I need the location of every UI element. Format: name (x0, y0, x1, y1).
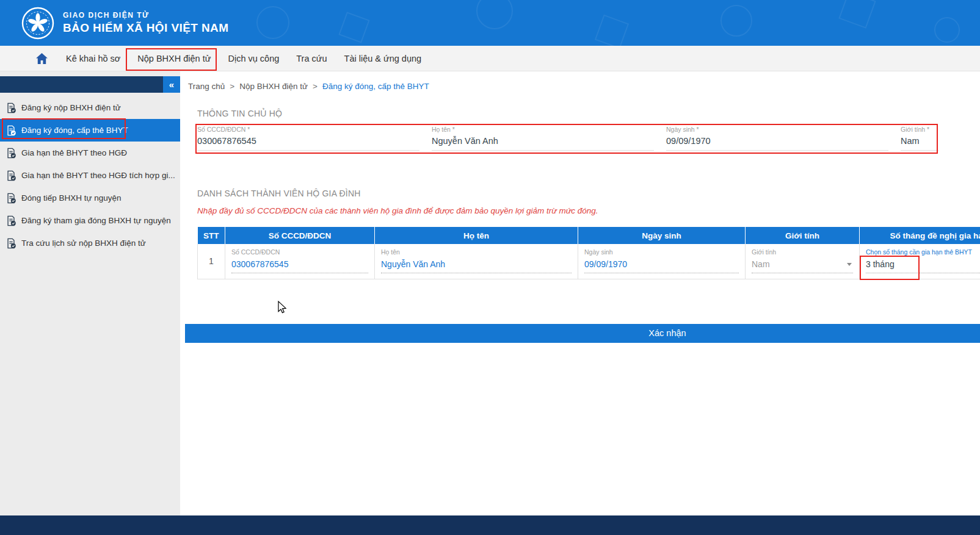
bhxh-logo-icon (21, 7, 54, 40)
sidebar-item-dang-ky-tham-gia-dong-bhxh-tu-nguyen[interactable]: Đăng ký tham gia đóng BHXH tự nguyện (0, 209, 180, 232)
sidebar-item-gia-han-the-bhyt-tich-hop[interactable]: Gia hạn thẻ BHYT theo HGĐ tích hợp gi... (0, 164, 180, 187)
sidebar-item-dang-ky-nop-bhxh[interactable]: Đăng ký nộp BHXH điện tử (0, 96, 180, 119)
field-gioi-tinh-label: Giới tính * (901, 126, 938, 133)
field-gioi-tinh[interactable]: Giới tính * Nam (901, 126, 938, 151)
header-decoration (338, 12, 369, 43)
row-cccd-cell: Số CCCD/ĐDCN 030067876545 (225, 244, 375, 279)
field-cccd-label: Số CCCD/ĐDCN * (197, 126, 419, 133)
row-stt: 1 (198, 244, 225, 279)
sidebar-item-dong-tiep-bhxh-tu-nguyen[interactable]: Đóng tiếp BHXH tự nguyện (0, 187, 180, 209)
row-ngay-sinh-cell: Ngày sinh 09/09/1970 (578, 244, 746, 279)
header-decoration (720, 5, 752, 37)
document-check-icon (5, 125, 16, 136)
row-ho-ten-input[interactable]: Nguyễn Văn Anh (381, 259, 572, 273)
sidebar-item-tra-cuu-lich-su[interactable]: Tra cứu lịch sử nộp BHXH điện tử (0, 232, 180, 254)
document-check-icon (5, 102, 16, 113)
members-section: DANH SÁCH THÀNH VIÊN HỘ GIA ĐÌNH Nhập đầ… (185, 189, 980, 279)
document-check-icon (5, 215, 16, 226)
row-so-thang-dropdown[interactable]: 3 tháng (866, 259, 980, 273)
field-ho-ten-label: Họ tên * (432, 126, 654, 133)
field-ngay-sinh-label: Ngày sinh * (666, 126, 888, 133)
nav-tai-lieu-ung-dung[interactable]: Tài liệu & ứng dụng (344, 54, 422, 63)
field-ngay-sinh[interactable]: Ngày sinh * 09/09/1970 (666, 126, 888, 151)
breadcrumb-separator: > (230, 82, 234, 91)
household-head-fields: Số CCCD/ĐDCN * 030067876545 Họ tên * Ngu… (197, 126, 980, 151)
header-decoration (476, 0, 513, 29)
row-cccd-label: Số CCCD/ĐDCN (231, 248, 368, 256)
sidebar-item-dang-ky-dong-cap-the-bhyt[interactable]: Đăng ký đóng, cấp thẻ BHYT (0, 119, 180, 142)
row-ngay-sinh-input[interactable]: 09/09/1970 (584, 259, 739, 273)
sidebar-item-label: Đóng tiếp BHXH tự nguyện (21, 193, 122, 203)
document-check-icon (5, 148, 16, 159)
table-row: 1 Số CCCD/ĐDCN 030067876545 Họ tên Nguyễ… (198, 244, 980, 279)
chevron-down-icon (847, 263, 852, 266)
household-head-section: THÔNG TIN CHỦ HỘ Số CCCD/ĐDCN * 03006787… (185, 109, 980, 151)
document-check-icon (5, 170, 16, 181)
col-ngay-sinh: Ngày sinh (578, 227, 746, 244)
confirm-button[interactable]: Xác nhận (185, 324, 980, 343)
sidebar-item-label: Đăng ký tham gia đóng BHXH tự nguyện (21, 216, 171, 225)
nav-ke-khai-ho-so[interactable]: Kê khai hồ sơ (66, 54, 120, 63)
field-cccd-value[interactable]: 030067876545 (197, 136, 419, 146)
header-decoration (256, 6, 289, 39)
document-check-icon (5, 238, 16, 249)
col-stt: STT (198, 227, 225, 244)
main-nav: Kê khai hồ sơ Nộp BHXH điện tử Dịch vụ c… (0, 46, 980, 71)
home-button[interactable] (35, 52, 49, 65)
field-ngay-sinh-value[interactable]: 09/09/1970 (666, 136, 888, 146)
row-ngay-sinh-label: Ngày sinh (584, 248, 739, 256)
row-cccd-input[interactable]: 030067876545 (231, 259, 368, 273)
page: GIAO DỊCH ĐIỆN TỬ BẢO HIỂM XÃ HỘI VIỆT N… (0, 0, 980, 535)
row-ho-ten-label: Họ tên (381, 248, 572, 256)
sidebar-item-gia-han-the-bhyt-theo-hgd[interactable]: Gia hạn thẻ BHYT theo HGĐ (0, 142, 180, 164)
members-table-header-row: STT Số CCCD/ĐDCN Họ tên Ngày sinh Giới t… (198, 227, 980, 244)
brand-block: GIAO DỊCH ĐIỆN TỬ BẢO HIỂM XÃ HỘI VIỆT N… (63, 11, 228, 35)
row-gioi-tinh-label: Giới tính (752, 248, 853, 256)
row-gioi-tinh-cell: Giới tính Nam (746, 244, 860, 279)
document-check-icon (5, 193, 16, 204)
brand-title: BẢO HIỂM XÃ HỘI VIỆT NAM (63, 21, 228, 35)
brand-subtitle: GIAO DỊCH ĐIỆN TỬ (63, 11, 228, 20)
col-gioi-tinh: Giới tính (746, 227, 860, 244)
collapse-sidebar-button[interactable]: « (163, 76, 180, 93)
nav-dich-vu-cong[interactable]: Dịch vụ công (228, 54, 279, 63)
field-ho-ten[interactable]: Họ tên * Nguyễn Văn Anh (432, 126, 654, 151)
sidebar-item-label: Gia hạn thẻ BHYT theo HGĐ tích hợp gi... (21, 171, 175, 180)
sidebar-item-label: Gia hạn thẻ BHYT theo HGĐ (21, 148, 127, 157)
main-content: Trang chủ > Nộp BHXH điện tử > Đăng ký đ… (180, 71, 980, 515)
breadcrumb-separator: > (313, 82, 318, 91)
house-icon (35, 52, 48, 65)
breadcrumb-current: Đăng ký đóng, cấp thẻ BHYT (322, 82, 429, 91)
sidebar-item-label: Tra cứu lịch sử nộp BHXH điện tử (21, 239, 146, 248)
header-decoration (595, 15, 629, 46)
members-table: STT Số CCCD/ĐDCN Họ tên Ngày sinh Giới t… (197, 227, 980, 279)
row-gioi-tinh-value: Nam (752, 259, 770, 269)
nav-nop-bhxh-dien-tu[interactable]: Nộp BHXH điện tử (137, 54, 211, 63)
sidebar-collapse-bar: « (0, 76, 180, 93)
col-cccd: Số CCCD/ĐDCN (225, 227, 375, 244)
app-header: GIAO DỊCH ĐIỆN TỬ BẢO HIỂM XÃ HỘI VIỆT N… (0, 0, 980, 46)
row-so-thang-cell: Chọn số tháng cần gia hạn thẻ BHYT 3 thá… (860, 244, 980, 279)
row-ho-ten-cell: Họ tên Nguyễn Văn Anh (375, 244, 578, 279)
field-cccd[interactable]: Số CCCD/ĐDCN * 030067876545 (197, 126, 419, 151)
sidebar-item-label: Đăng ký nộp BHXH điện tử (21, 103, 121, 112)
row-so-thang-hint: Chọn số tháng cần gia hạn thẻ BHYT (866, 248, 980, 256)
footer (0, 515, 980, 535)
members-note: Nhập đầy đủ số CCCD/ĐDCN của các thành v… (197, 206, 980, 215)
breadcrumb: Trang chủ > Nộp BHXH điện tử > Đăng ký đ… (185, 71, 980, 101)
sidebar: « Đăng ký nộp BHXH điện tử Đăng ký đóng,… (0, 71, 180, 515)
field-ho-ten-value[interactable]: Nguyễn Văn Anh (432, 136, 654, 146)
breadcrumb-nop-bhxh-dien-tu[interactable]: Nộp BHXH điện tử (239, 82, 308, 91)
household-head-title: THÔNG TIN CHỦ HỘ (185, 109, 980, 118)
header-decoration (838, 0, 876, 29)
sidebar-item-label: Đăng ký đóng, cấp thẻ BHYT (21, 126, 128, 135)
sidebar-menu: Đăng ký nộp BHXH điện tử Đăng ký đóng, c… (0, 96, 180, 254)
col-so-thang: Số tháng đề nghị gia hạn (860, 227, 980, 244)
header-decoration (934, 17, 960, 43)
nav-tra-cuu[interactable]: Tra cứu (296, 54, 327, 63)
field-gioi-tinh-value[interactable]: Nam (901, 136, 938, 146)
row-gioi-tinh-dropdown[interactable]: Nam (752, 259, 853, 273)
col-ho-ten: Họ tên (375, 227, 578, 244)
members-title: DANH SÁCH THÀNH VIÊN HỘ GIA ĐÌNH (185, 189, 980, 198)
breadcrumb-trang-chu[interactable]: Trang chủ (188, 82, 225, 91)
